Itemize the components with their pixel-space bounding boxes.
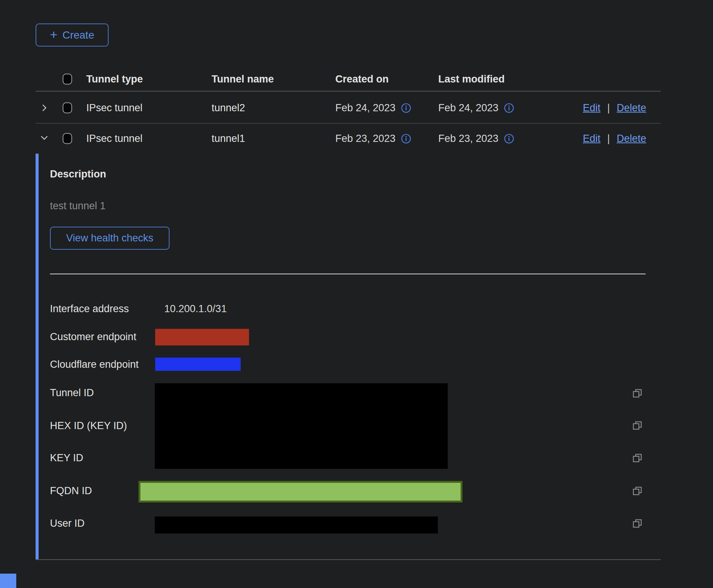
fqdn-id-redacted-value — [139, 481, 462, 502]
header-divider — [36, 91, 661, 92]
ids-redacted-value — [155, 383, 448, 469]
customer-endpoint-redacted-value — [155, 329, 249, 345]
edit-link[interactable]: Edit — [583, 102, 601, 114]
created-on-cell: Feb 24, 2023 — [335, 102, 395, 114]
action-separator: | — [607, 133, 610, 145]
chevron-right-icon[interactable] — [39, 103, 49, 113]
select-all-checkbox[interactable] — [63, 74, 72, 85]
detail-label: Tunnel ID — [50, 387, 94, 399]
detail-label: Interface address — [50, 303, 129, 315]
copy-icon[interactable] — [632, 486, 643, 497]
tunnel-name-cell: tunnel1 — [212, 133, 245, 145]
created-on-cell: Feb 23, 2023 — [335, 133, 395, 145]
copy-icon[interactable] — [632, 388, 643, 399]
column-header-last-modified: Last modified — [438, 73, 505, 85]
user-id-redacted-value — [155, 516, 438, 534]
chevron-down-icon[interactable] — [39, 133, 49, 143]
row-divider — [36, 123, 661, 124]
expanded-row-accent-bar — [36, 154, 39, 559]
last-modified-cell: Feb 24, 2023 — [438, 102, 498, 114]
detail-label: Cloudflare endpoint — [50, 359, 139, 370]
detail-label: FQDN ID — [50, 485, 92, 497]
column-header-tunnel-type: Tunnel type — [86, 73, 143, 85]
info-icon[interactable] — [504, 134, 514, 143]
detail-label: KEY ID — [50, 452, 83, 464]
panel-bottom-border — [36, 559, 661, 560]
description-value: test tunnel 1 — [50, 200, 106, 212]
info-icon[interactable] — [401, 103, 411, 113]
bottom-edge-accent — [0, 574, 16, 588]
column-header-tunnel-name: Tunnel name — [212, 73, 274, 85]
edit-link[interactable]: Edit — [583, 133, 601, 145]
delete-link[interactable]: Delete — [617, 102, 646, 114]
copy-icon[interactable] — [632, 453, 643, 464]
cloudflare-endpoint-redacted-value — [155, 358, 241, 371]
delete-link[interactable]: Delete — [617, 133, 646, 145]
panel-divider — [50, 274, 646, 274]
info-icon[interactable] — [504, 103, 514, 113]
detail-label: Customer endpoint — [50, 331, 136, 343]
detail-label: User ID — [50, 518, 85, 529]
action-separator: | — [607, 102, 610, 114]
column-header-created-on: Created on — [335, 73, 389, 85]
view-health-checks-button[interactable]: View health checks — [50, 227, 170, 250]
create-button[interactable]: + Create — [36, 23, 109, 47]
tunnel-name-cell: tunnel2 — [212, 102, 245, 114]
ipsec-tunnels-page: + Create Tunnel type Tunnel name Created… — [0, 0, 713, 588]
row-checkbox[interactable] — [63, 103, 72, 114]
last-modified-cell: Feb 23, 2023 — [438, 133, 498, 145]
description-label: Description — [50, 168, 106, 180]
view-health-checks-label: View health checks — [66, 232, 154, 244]
copy-icon[interactable] — [632, 420, 643, 431]
info-icon[interactable] — [401, 134, 411, 143]
row-checkbox[interactable] — [63, 133, 72, 144]
interface-address-value: 10.200.1.0/31 — [164, 303, 227, 315]
tunnel-type-cell: IPsec tunnel — [86, 102, 143, 114]
create-button-label: Create — [62, 29, 94, 41]
detail-label: HEX ID (KEY ID) — [50, 420, 127, 432]
copy-icon[interactable] — [632, 518, 643, 529]
tunnel-type-cell: IPsec tunnel — [86, 133, 143, 145]
